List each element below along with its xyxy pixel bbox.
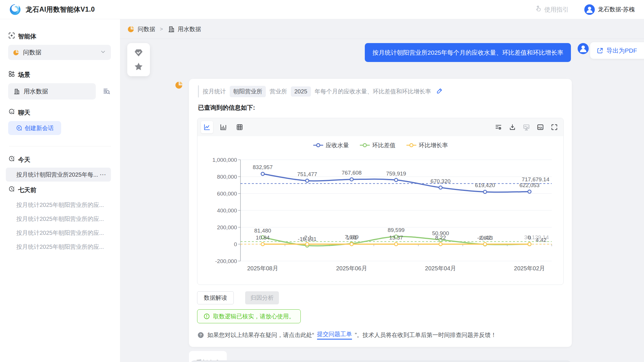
result-intro: 已查询到的信息如下: [198, 104, 255, 112]
query-left-bar [198, 85, 199, 97]
svg-text:751,477: 751,477 [297, 171, 317, 177]
breadcrumb-agent[interactable]: 问数据 [138, 25, 155, 33]
chat-history-item[interactable]: 按月统计2025年朝阳营业所的应... [16, 243, 112, 251]
line-chart-tab[interactable] [201, 121, 213, 133]
attribution-analysis-button[interactable]: 归因分析 [245, 291, 279, 304]
sidebar-heading-chat: 聊天 [8, 108, 30, 117]
header-right: 使用指引 龙石数据-苏槐 [535, 4, 635, 15]
sql-icon[interactable]: SQL [537, 123, 544, 131]
chat-history-item[interactable]: 按月统计2025年朝阳营业所的应... [16, 215, 112, 223]
svg-text:0: 0 [234, 241, 237, 247]
svg-text:400,000: 400,000 [217, 207, 237, 214]
svg-text:800,000: 800,000 [217, 174, 237, 180]
svg-text:-2.1: -2.1 [302, 235, 312, 241]
app-title: 龙石AI用数智能体V1.0 [26, 5, 95, 14]
chevron-down-icon [100, 49, 106, 56]
chart-legend: 应收水量环比差值环比增长率 [197, 141, 563, 150]
sidebar-divider [9, 146, 111, 146]
sidebar: 智能体 问数据 场景 [0, 19, 120, 362]
input-area-edge [190, 360, 572, 362]
help-circle-icon: ? [197, 331, 204, 339]
svg-text:1,000,000: 1,000,000 [212, 157, 237, 163]
svg-text:13.37: 13.37 [389, 235, 403, 241]
edit-pencil-icon[interactable] [436, 87, 443, 95]
svg-text:2025年06月: 2025年06月 [336, 265, 367, 272]
chart-type-switcher [201, 121, 246, 133]
new-chat-button[interactable]: 创建新会话 [8, 121, 61, 135]
user-avatar [578, 43, 589, 54]
svg-text:4.42: 4.42 [536, 237, 546, 243]
star-icon[interactable] [134, 62, 144, 72]
bar-chart-tab[interactable] [217, 121, 229, 133]
chart-tools: SQL [495, 123, 558, 131]
agent-selector[interactable]: 问数据 [8, 45, 111, 60]
logo-icon [9, 3, 22, 16]
svg-text:767,608: 767,608 [342, 170, 362, 176]
breadcrumb-separator: > [160, 26, 163, 32]
query-chip-year[interactable]: 2025 [291, 86, 311, 97]
plus-bubble-icon [16, 125, 22, 131]
line-chart: 1,000,000800,000600,000400,000200,0000-2… [197, 150, 563, 284]
building-icon [13, 88, 20, 95]
display-settings-icon[interactable] [495, 123, 502, 131]
sidebar-item-water-data[interactable]: 用水数据 [8, 83, 96, 100]
chart-panel: SQL 应收水量环比差值环比增长率 1,000,000800,000600,00… [197, 118, 564, 285]
app-window: 龙石AI用数智能体V1.0 使用指引 龙石数据-苏槐 [0, 0, 644, 362]
svg-text:600,000: 600,000 [217, 191, 237, 197]
answer-actions: 数据解读 归因分析 [197, 291, 279, 304]
table-view-tab[interactable] [233, 121, 246, 133]
pie-icon [127, 25, 135, 33]
sidebar-heading-today: 今天 [8, 155, 30, 164]
user-avatar[interactable] [584, 4, 595, 15]
legend-item[interactable]: 环比增长率 [406, 141, 448, 149]
svg-text:2025年04月: 2025年04月 [425, 265, 456, 272]
svg-text:200,000: 200,000 [217, 224, 237, 230]
chat-history-item[interactable]: 按月统计2025年朝阳营业所的应... [16, 229, 112, 237]
download-icon[interactable] [509, 123, 516, 131]
query-row: 按月统计 朝阳营业所 营业所 2025 年每个月的应收水量、环比差值和环比增长率 [198, 85, 443, 97]
export-pdf-button[interactable]: 导出为PDF [590, 42, 644, 59]
svg-text:8.22: 8.22 [435, 235, 446, 241]
svg-text:2025年02月: 2025年02月 [514, 265, 545, 272]
info-circle-icon [203, 313, 210, 320]
svg-text:832,957: 832,957 [253, 164, 273, 170]
svg-text:?: ? [199, 333, 202, 337]
sidebar-heading-agent: 智能体 [8, 32, 36, 40]
svg-text:-200,000: -200,000 [215, 258, 237, 264]
scene-grid-icon [8, 70, 15, 79]
export-icon [597, 47, 604, 54]
chat-bubble-icon [8, 108, 15, 117]
breadcrumb: 问数据 > 用水数据 [127, 24, 201, 34]
query-chip-org[interactable]: 朝阳营业所 [230, 86, 266, 97]
top-header: 龙石AI用数智能体V1.0 使用指引 龙石数据-苏槐 [0, 0, 644, 19]
svg-text:1.01: 1.01 [346, 235, 357, 241]
dataset-search-icon[interactable] [102, 87, 111, 96]
more-icon[interactable]: ⋯ [100, 171, 106, 178]
submit-ticket-link[interactable]: 提交问题工单 [317, 330, 352, 340]
sidebar-heading-scene: 场景 [8, 70, 30, 79]
main-content: 问数据 > 用水数据 按月统计朝阳营业所2025年每个月的应收水量、环比差值和环… [120, 19, 644, 362]
answer-card: 按月统计 朝阳营业所 营业所 2025 年每个月的应收水量、环比差值和环比增长率… [189, 79, 572, 347]
user-message-bubble: 按月统计朝阳营业所2025年每个月的应收水量、环比差值和环比增长率 [365, 43, 571, 62]
usage-guide-button[interactable]: 使用指引 [535, 5, 569, 14]
svg-text:717,679.14: 717,679.14 [522, 176, 550, 182]
gem-badge-icon[interactable] [134, 48, 144, 58]
dashboard-icon[interactable] [523, 123, 530, 131]
legend-item[interactable]: 环比差值 [360, 141, 396, 149]
legend-item[interactable]: 应收水量 [313, 141, 349, 149]
chat-history-item-active[interactable]: 按月统计朝阳营业所2025年每... ⋯ [6, 168, 111, 182]
breadcrumb-scene[interactable]: 用水数据 [178, 25, 201, 33]
sidebar-heading-week: 七天前 [8, 186, 36, 194]
chat-history-item[interactable]: 按月统计2025年朝阳营业所的应... [16, 201, 112, 209]
assistant-avatar [175, 81, 183, 89]
svg-text:81,480: 81,480 [254, 228, 271, 234]
svg-text:619,420: 619,420 [475, 182, 495, 188]
data-interpret-button[interactable]: 数据解读 [197, 291, 234, 304]
svg-text:SQL: SQL [538, 126, 543, 129]
fullscreen-icon[interactable] [551, 123, 558, 131]
footnote: ? 如果您对以上结果存在疑问，请点击此处“提交问题工单”。技术人员将在收到工单后… [197, 330, 496, 340]
history-clock-icon [8, 186, 15, 194]
pointer-hand-icon [535, 5, 542, 14]
svg-text:759,919: 759,919 [386, 171, 406, 177]
agent-icon [8, 32, 15, 40]
